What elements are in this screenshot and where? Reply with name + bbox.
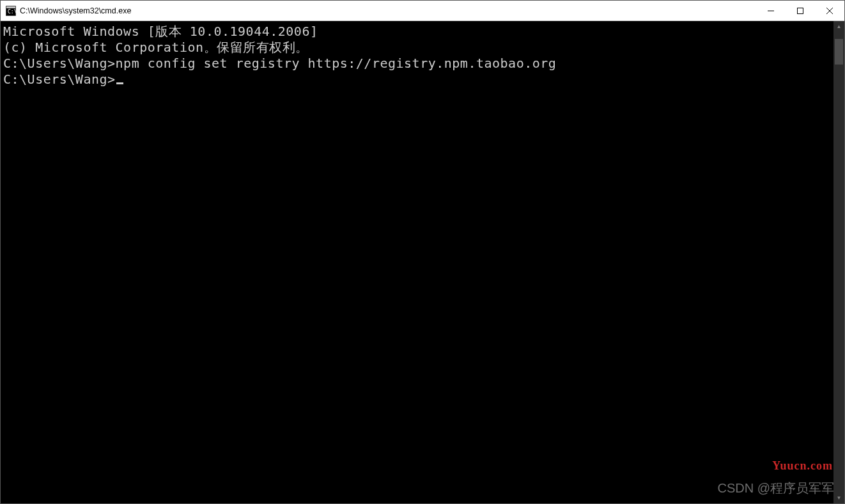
watermark-csdn: CSDN @程序员军军 — [717, 480, 834, 497]
copyright-line: (c) Microsoft Corporation。保留所有权利。 — [3, 40, 831, 56]
vertical-scrollbar[interactable]: ▲ ▼ — [833, 21, 844, 503]
titlebar[interactable]: C:\ C:\Windows\system32\cmd.exe — [1, 1, 844, 21]
scroll-up-arrow[interactable]: ▲ — [833, 21, 844, 32]
maximize-button[interactable] — [786, 1, 815, 21]
svg-rect-4 — [798, 8, 803, 14]
command-line: C:\Users\Wang>npm config set registry ht… — [3, 56, 831, 72]
window-title: C:\Windows\system32\cmd.exe — [20, 6, 756, 15]
text-cursor — [116, 82, 123, 84]
svg-rect-1 — [6, 6, 15, 8]
entered-command: npm config set registry https://registry… — [116, 56, 557, 71]
window-controls — [756, 1, 844, 20]
prompt-path: C:\Users\Wang> — [3, 56, 116, 71]
terminal-output[interactable]: Microsoft Windows [版本 10.0.19044.2006](c… — [1, 21, 833, 503]
close-button[interactable] — [815, 1, 844, 21]
scroll-thumb[interactable] — [835, 39, 843, 65]
svg-text:C:\: C:\ — [8, 9, 16, 15]
scroll-down-arrow[interactable]: ▼ — [833, 493, 844, 503]
prompt-path: C:\Users\Wang> — [3, 72, 116, 87]
os-version-line: Microsoft Windows [版本 10.0.19044.2006] — [3, 24, 831, 40]
watermark-yuucn: Yuucn.com — [772, 459, 833, 473]
client-area: Microsoft Windows [版本 10.0.19044.2006](c… — [1, 21, 844, 503]
minimize-button[interactable] — [756, 1, 786, 21]
cmd-window: C:\ C:\Windows\system32\cmd.exe Microsof… — [0, 0, 845, 504]
cmd-icon: C:\ — [6, 6, 16, 16]
current-prompt-line[interactable]: C:\Users\Wang> — [3, 72, 831, 88]
